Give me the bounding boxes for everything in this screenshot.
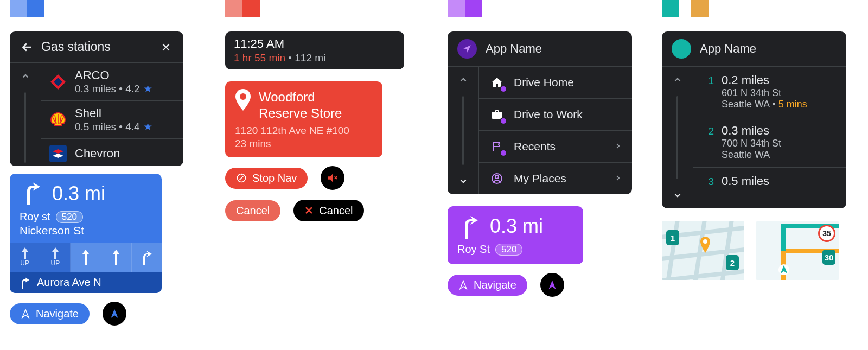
scroll-track xyxy=(24,92,26,163)
route-badge: 520 xyxy=(495,244,522,256)
svg-point-6 xyxy=(495,175,499,179)
item-name: Shell xyxy=(75,106,152,120)
scroll-column xyxy=(662,67,693,208)
star-icon: ★ xyxy=(143,120,152,133)
pin-icon xyxy=(235,89,251,113)
map-marker: 30 xyxy=(822,250,835,265)
cancel-button[interactable]: Cancel xyxy=(225,200,280,221)
list-item[interactable]: Shell 0.5 miles • 4.4 ★ xyxy=(41,101,183,139)
work-icon xyxy=(489,106,505,123)
lanes-row: UP UP xyxy=(10,243,162,272)
trip-remaining: 1 hr 55 min xyxy=(234,52,285,63)
star-icon: ★ xyxy=(143,82,152,95)
nav-street-2: Nickerson St xyxy=(10,223,162,243)
app-icon xyxy=(457,39,477,59)
nav-street: Roy St xyxy=(457,243,490,256)
menu-label: Recents xyxy=(514,140,556,153)
scroll-up-icon[interactable] xyxy=(662,67,693,93)
scroll-up-icon[interactable] xyxy=(448,67,478,93)
menu-item-recents[interactable]: Recents xyxy=(479,131,632,163)
navigate-button[interactable]: Navigate xyxy=(448,275,527,296)
dest-address: 1120 112th Ave NE #100 xyxy=(235,125,373,137)
upcoming-turn: Aurora Ave N xyxy=(10,272,162,293)
teal-swatches xyxy=(662,0,846,17)
menu-label: My Places xyxy=(514,172,566,185)
lane: UP xyxy=(10,243,40,272)
teal-list-card: App Name 1 0.2 miles 601 N 34th St S xyxy=(662,31,846,208)
menu-item-places[interactable]: My Places xyxy=(479,163,632,194)
item-subtext: 0.3 miles • 4.2 ★ xyxy=(75,82,152,95)
close-icon[interactable] xyxy=(155,36,177,58)
map-marker: 1 xyxy=(666,230,679,245)
item-subtext: 0.5 miles • 4.4 ★ xyxy=(75,120,152,133)
result-row[interactable]: 2 0.3 miles 700 N 34th St Seattle WA xyxy=(693,117,846,168)
menu-item-work[interactable]: Drive to Work xyxy=(479,99,632,131)
mute-button[interactable] xyxy=(320,165,346,191)
dest-eta: 23 mins xyxy=(235,138,373,150)
chevron-brand-icon xyxy=(49,144,67,163)
scroll-up-icon[interactable] xyxy=(10,63,41,89)
map-tile-route[interactable]: 35 30 xyxy=(756,221,839,280)
map-marker: 2 xyxy=(726,255,739,270)
svg-point-14 xyxy=(703,239,707,244)
route-badge: 520 xyxy=(56,211,83,223)
map-previews: 1 2 35 30 xyxy=(662,221,846,280)
lane xyxy=(101,243,132,272)
turn-right-icon xyxy=(20,179,43,208)
you-pin-icon xyxy=(700,237,711,252)
map-tile-markers[interactable]: 1 2 xyxy=(662,221,744,280)
svg-point-3 xyxy=(240,93,246,100)
card-title: Gas stations xyxy=(38,40,155,54)
lane-label: UP xyxy=(50,259,60,267)
flag-icon xyxy=(489,138,505,155)
app-icon xyxy=(672,39,691,59)
list-item[interactable]: Chevron xyxy=(41,139,183,166)
list-item[interactable]: ARCO 0.3 miles • 4.2 ★ xyxy=(41,63,183,101)
recenter-button[interactable] xyxy=(101,301,127,327)
person-icon xyxy=(489,170,505,187)
close-icon: ✕ xyxy=(304,204,314,217)
blue-nav-card: 0.3 mi Roy st 520 Nickerson St UP UP xyxy=(10,174,162,293)
destination-card: Woodford Reserve Store 1120 112th Ave NE… xyxy=(225,81,382,157)
arco-icon xyxy=(49,73,67,91)
you-pointer-icon xyxy=(778,264,790,278)
trip-distance: 112 mi xyxy=(295,52,326,63)
nav-distance: 0.3 mi xyxy=(490,215,543,238)
gas-stations-card: Gas stations ARCO xyxy=(10,31,183,166)
scroll-down-icon[interactable] xyxy=(448,168,478,194)
home-icon xyxy=(489,74,505,91)
item-name: Chevron xyxy=(75,147,120,161)
trip-clock: 11:25 AM xyxy=(234,37,395,51)
speed-limit-sign: 35 xyxy=(818,225,835,242)
row-eta: 5 mins xyxy=(778,99,807,110)
navigate-button[interactable]: Navigate xyxy=(10,303,90,324)
recenter-button[interactable] xyxy=(539,272,565,298)
nav-distance: 0.3 mi xyxy=(52,182,105,205)
row-index: 1 xyxy=(702,73,714,110)
row-address: 700 N 34th St xyxy=(722,138,781,149)
chevron-right-icon xyxy=(614,172,622,185)
row-title: 0.2 miles xyxy=(722,73,807,87)
dest-name-line: Woodford xyxy=(259,89,342,105)
row-index: 3 xyxy=(702,174,714,188)
turn-right-icon xyxy=(457,213,481,240)
menu-label: Drive Home xyxy=(514,76,574,89)
row-address: 601 N 34th St xyxy=(722,87,807,99)
cancel-outline-button[interactable]: ✕ Cancel xyxy=(292,199,365,222)
lane-label: UP xyxy=(20,259,29,267)
row-title: 0.5 miles xyxy=(722,174,769,188)
scroll-column xyxy=(448,67,479,194)
app-title: App Name xyxy=(486,42,542,56)
item-name: ARCO xyxy=(75,68,152,82)
result-row[interactable]: 1 0.2 miles 601 N 34th St Seattle WA • 5… xyxy=(693,67,846,117)
result-row[interactable]: 3 0.5 miles xyxy=(693,168,846,195)
back-arrow-icon[interactable] xyxy=(16,36,38,58)
row-index: 2 xyxy=(702,124,714,161)
upcoming-street: Aurora Ave N xyxy=(37,276,101,289)
row-title: 0.3 miles xyxy=(722,124,781,138)
stop-nav-button[interactable]: Stop Nav xyxy=(225,168,308,189)
blue-swatches xyxy=(10,0,183,17)
menu-item-home[interactable]: Drive Home xyxy=(479,67,632,99)
lane xyxy=(132,243,162,272)
scroll-down-icon[interactable] xyxy=(662,182,693,208)
